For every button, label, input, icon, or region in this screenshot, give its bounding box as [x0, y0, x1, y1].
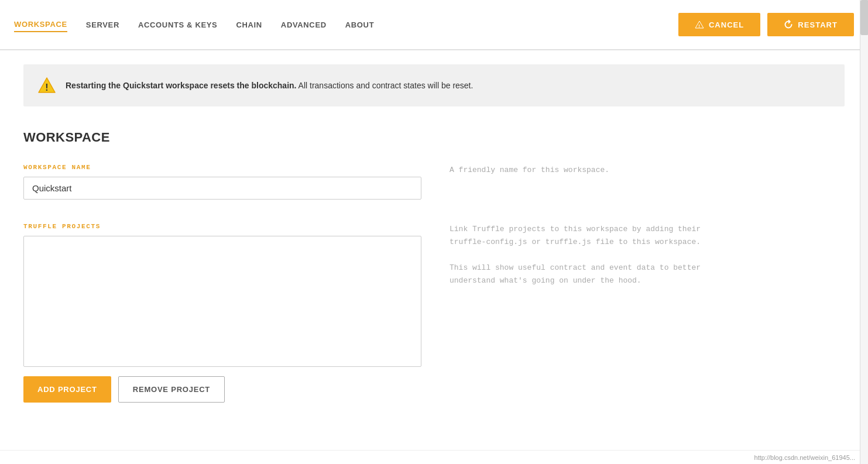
nav-about[interactable]: ABOUT — [345, 18, 374, 32]
remove-project-button[interactable]: REMOVE PROJECT — [118, 376, 225, 403]
scrollbar-thumb[interactable] — [860, 0, 868, 35]
workspace-name-helper: A friendly name for this workspace. — [450, 164, 845, 177]
restart-button[interactable]: RESTART — [767, 13, 854, 36]
main-nav: WORKSPACE SERVER ACCOUNTS & KEYS CHAIN A… — [14, 18, 374, 32]
workspace-name-input[interactable] — [23, 177, 421, 200]
warning-icon: ! — [37, 76, 56, 95]
add-project-button[interactable]: ADD PROJECT — [23, 376, 111, 403]
truffle-projects-row: TRUFFLE PROJECTS ADD PROJECT REMOVE PROJ… — [23, 223, 845, 403]
nav-server[interactable]: SERVER — [86, 18, 119, 32]
restart-icon — [784, 20, 793, 29]
truffle-projects-label: TRUFFLE PROJECTS — [23, 223, 421, 230]
status-bar: http://blog.csdn.net/weixin_61945... — [0, 450, 860, 464]
truffle-projects-helper: Link Truffle projects to this workspace … — [450, 223, 845, 287]
svg-text:!: ! — [45, 83, 48, 92]
workspace-name-left: WORKSPACE NAME — [23, 164, 421, 200]
workspace-name-right: A friendly name for this workspace. — [450, 164, 845, 200]
nav-workspace[interactable]: WORKSPACE — [14, 18, 67, 32]
status-url: http://blog.csdn.net/weixin_61945... — [754, 454, 855, 461]
workspace-name-label: WORKSPACE NAME — [23, 164, 421, 171]
cancel-button[interactable]: ! CANCEL — [678, 13, 760, 36]
header: WORKSPACE SERVER ACCOUNTS & KEYS CHAIN A… — [0, 0, 868, 50]
warning-banner: ! Restarting the Quickstart workspace re… — [23, 64, 845, 106]
nav-chain[interactable]: CHAIN — [236, 18, 262, 32]
warning-text: Restarting the Quickstart workspace rese… — [66, 81, 473, 90]
nav-accounts-keys[interactable]: ACCOUNTS & KEYS — [138, 18, 217, 32]
header-actions: ! CANCEL RESTART — [678, 13, 854, 36]
section-title: WORKSPACE — [23, 130, 845, 145]
scrollbar-track[interactable] — [860, 0, 868, 464]
projects-actions: ADD PROJECT REMOVE PROJECT — [23, 376, 421, 403]
workspace-name-row: WORKSPACE NAME A friendly name for this … — [23, 164, 845, 200]
truffle-projects-area — [23, 236, 421, 367]
warning-triangle-icon: ! — [695, 20, 704, 29]
nav-advanced[interactable]: ADVANCED — [281, 18, 327, 32]
main-content: WORKSPACE WORKSPACE NAME A friendly name… — [0, 121, 868, 449]
svg-text:!: ! — [698, 23, 701, 29]
truffle-projects-left: TRUFFLE PROJECTS ADD PROJECT REMOVE PROJ… — [23, 223, 421, 403]
truffle-projects-right: Link Truffle projects to this workspace … — [450, 223, 845, 403]
